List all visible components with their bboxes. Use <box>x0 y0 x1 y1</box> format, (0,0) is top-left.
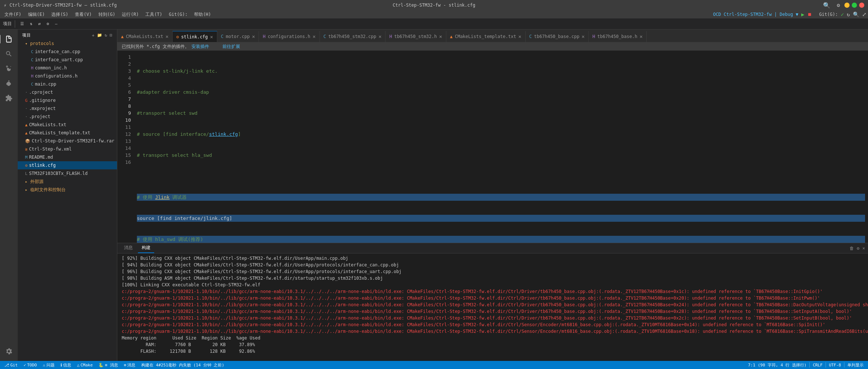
activity-explorer[interactable] <box>2 32 15 46</box>
tab-configurations[interactable]: H configurations.h × <box>259 31 319 42</box>
tree-file-main[interactable]: C main.cpp <box>18 80 117 88</box>
run-btn[interactable]: ▶ <box>801 11 804 17</box>
tree-file-mxproject[interactable]: · .mxproject <box>18 104 117 113</box>
tab-tb67h450-base-cpp[interactable]: C tb67h450_base.cpp × <box>526 31 589 42</box>
tree-file-common-inc[interactable]: H common_inc.h <box>18 64 117 72</box>
tab-close[interactable]: × <box>252 34 255 39</box>
expand-btn[interactable]: ⤢ <box>862 11 867 17</box>
status-problems[interactable]: ⚠ 问题 <box>41 362 56 368</box>
install-plugin-link[interactable]: 安装插件 <box>191 44 209 50</box>
tree-file-project[interactable]: · .project <box>18 113 117 121</box>
line-num: 3 <box>117 68 131 75</box>
toolbar-sort-btn[interactable]: ⇅ <box>28 21 35 27</box>
status-info[interactable]: ℹ 信息 <box>59 362 73 368</box>
git-refresh[interactable]: ↻ <box>847 11 850 17</box>
tree-file-gitignore[interactable]: G .gitignore <box>18 96 117 104</box>
tab-cmakelists[interactable]: ▲ CMakeLists.txt × <box>117 31 173 42</box>
git-check[interactable]: ✓ <box>841 11 844 17</box>
activity-search[interactable] <box>2 47 15 61</box>
tree-folder-external[interactable]: ▸ 外部源 <box>18 177 117 186</box>
panel-tab-build[interactable]: 构建 <box>138 243 154 253</box>
toolbar-minus-btn[interactable]: — <box>53 21 60 27</box>
goto-extensions-link[interactable]: 前往扩展 <box>222 44 240 50</box>
status-python[interactable]: 🐍 ≡ 消息 <box>97 362 119 368</box>
activity-debug[interactable] <box>2 77 15 90</box>
code-content[interactable]: # choose st-link/j-link etc. #adapter dr… <box>134 51 868 243</box>
build-line: [ 98%] Building ASM object CMakeFiles/Ct… <box>122 275 864 282</box>
tree-folder-protocols[interactable]: ▾ protocols <box>18 39 117 48</box>
tab-cmakelists-template[interactable]: ▲ CMakeLists_template.txt × <box>446 31 526 42</box>
panel-clear-btn[interactable]: 🗑 <box>850 246 854 251</box>
menu-view[interactable]: 查看(V) <box>72 11 95 18</box>
tree-file-readme[interactable]: M README.md <box>18 153 117 161</box>
status-eol[interactable]: CRLF <box>811 363 824 368</box>
new-folder-btn[interactable]: 📁 <box>97 33 103 38</box>
menu-file[interactable]: 文件(F) <box>1 11 24 18</box>
menu-edit[interactable]: 编辑(E) <box>25 11 48 18</box>
tab-close[interactable]: × <box>582 34 585 39</box>
refresh-btn[interactable]: ↻ <box>105 33 108 38</box>
code-editor[interactable]: 1 2 3 4 5 6 7 8 9 10 11 12 13 14 15 16 #… <box>117 51 868 243</box>
activity-extensions[interactable] <box>2 92 15 105</box>
stop-btn[interactable]: ⏹ <box>808 12 812 17</box>
status-encoding[interactable]: UTF-8 <box>827 363 843 368</box>
tab-tb67h450-stm32-h[interactable]: H tb67h450_stm32.h × <box>385 31 446 42</box>
activity-settings[interactable] <box>2 345 15 358</box>
tab-close[interactable]: × <box>312 34 315 39</box>
tree-file-stlink[interactable]: ⚙ stlink.cfg <box>18 161 117 169</box>
panel-close-btn[interactable]: × <box>862 246 865 251</box>
tab-tb67h450-base-h[interactable]: H tb67h450_base.h × <box>589 31 647 42</box>
collapse-btn[interactable]: ⊟ <box>110 33 113 38</box>
panel-settings-btn[interactable]: ⚙ <box>857 246 860 251</box>
tree-file-cmakelists[interactable]: ▲ CMakeLists.txt <box>18 121 117 129</box>
tree-file-rar[interactable]: 📦 Ctrl-Step-Driver-STM32F1-fw.rar <box>18 137 117 145</box>
activity-git[interactable] <box>2 62 15 75</box>
tab-close[interactable]: × <box>439 34 442 39</box>
tree-file-configurations[interactable]: H configurations.h <box>18 72 117 80</box>
status-message[interactable]: ≡ 消息 <box>122 362 137 368</box>
toolbar-list-btn[interactable]: ☰ <box>18 21 26 27</box>
toolbar-split-btn[interactable]: ⇄ <box>36 21 43 27</box>
tree-file-xml[interactable]: ≷ Ctrl-Step-fw.xml <box>18 145 117 153</box>
status-todo[interactable]: ✓ TODO <box>22 363 38 368</box>
tab-close[interactable]: × <box>210 34 213 40</box>
build-line: [ 92%] Building CXX object CMakeFiles/Ct… <box>122 255 864 262</box>
menu-goto[interactable]: 转到(G) <box>96 11 118 18</box>
toolbar-settings-btn[interactable]: ⚙ <box>44 21 51 27</box>
menu-select[interactable]: 选择(S) <box>48 11 71 18</box>
tree-file-flash-ld[interactable]: L STM32F103CBTx_FLASH.ld <box>18 169 117 177</box>
status-cmake[interactable]: △ CMake <box>76 363 94 368</box>
new-file-btn[interactable]: + <box>92 33 95 38</box>
panel-tab-messages[interactable]: 消息 <box>120 243 136 253</box>
menu-run[interactable]: 运行(R) <box>119 11 142 18</box>
tab-stlink[interactable]: ⚙ stlink.cfg × <box>173 31 217 42</box>
tree-folder-temp[interactable]: ▸ 临时文件和控制台 <box>18 186 117 194</box>
tab-tb67h450-stm32-cpp[interactable]: C tb67h450_stm32.cpp × <box>320 31 386 42</box>
settings-btn[interactable]: ⚙ <box>835 2 842 8</box>
tree-file-cmakelists-template[interactable]: ▲ CMakeLists_template.txt <box>18 129 117 137</box>
tree-file-interface-uart[interactable]: C interface_uart.cpp <box>18 56 117 64</box>
status-cursor[interactable]: 7:1 (90 字符, 4 行 选择行) <box>747 362 808 368</box>
notif-text: 已找到另外 *.cfg 文件的插件。 <box>122 44 189 50</box>
tree-file-cproject[interactable]: · .cproject <box>18 88 117 96</box>
menu-help[interactable]: 帮助(H) <box>191 11 214 18</box>
maximize-btn[interactable] <box>852 3 857 8</box>
search-btn2[interactable]: 🔍 <box>853 11 859 17</box>
status-git[interactable]: ⎇ Git <box>3 363 19 368</box>
status-layout[interactable]: 单列显示 <box>846 362 865 368</box>
panel-tab-right: 🗑 ⚙ × <box>850 246 865 251</box>
menu-tools[interactable]: 工具(T) <box>142 11 165 18</box>
tab-close[interactable]: × <box>518 34 521 39</box>
window-controls[interactable]: 🔍 ⚙ <box>821 2 864 9</box>
tab-close[interactable]: × <box>378 34 381 39</box>
close-btn[interactable] <box>859 3 864 8</box>
tab-close[interactable]: × <box>165 34 168 39</box>
status-sep3 <box>844 362 844 368</box>
tab-motor[interactable]: C motor.cpp × <box>217 31 259 42</box>
menu-git[interactable]: Git(G): <box>166 11 191 18</box>
ocd-label[interactable]: OCD Ctrl-Step-STM32-fw | Debug ▼ <box>713 12 798 17</box>
tree-file-interface-can[interactable]: C interface_can.cpp <box>18 48 117 56</box>
minimize-btn[interactable] <box>844 3 850 8</box>
tab-close[interactable]: × <box>640 34 643 39</box>
search-toolbar-btn[interactable]: 🔍 <box>821 2 833 9</box>
